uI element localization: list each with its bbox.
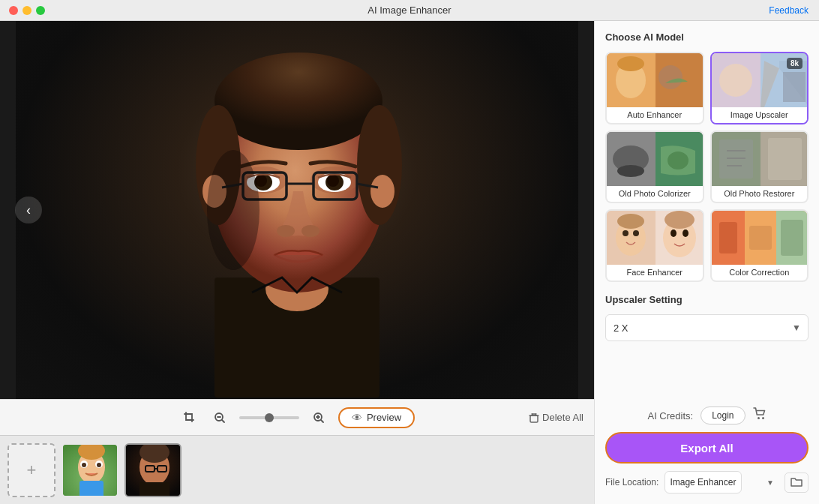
title-bar: AI Image Enhancer Feedback (0, 0, 819, 21)
svg-rect-63 (749, 226, 772, 250)
nostril-left (277, 225, 295, 237)
zoom-in-button[interactable] (308, 409, 329, 427)
upscaler-setting-label: Upscaler Setting (605, 294, 808, 305)
zoom-out-icon (214, 412, 226, 424)
pupil-right (327, 175, 339, 187)
man-thumb-svg (126, 445, 182, 497)
cart-icon (753, 407, 766, 421)
mouth-upper (274, 250, 322, 255)
back-arrow-button[interactable]: ‹ (15, 196, 42, 224)
main-container: ‹ (0, 21, 819, 504)
model-card-auto-enhancer[interactable]: Auto Enhancer (605, 52, 704, 124)
model-thumb-old-photo-colorizer (607, 132, 703, 186)
trash-icon (529, 412, 539, 423)
window-controls (9, 6, 45, 15)
svg-point-39 (668, 152, 688, 170)
login-button[interactable]: Login (700, 406, 745, 424)
svg-rect-62 (719, 222, 737, 254)
file-location-select[interactable]: Image Enhancer Desktop Documents Downloa… (664, 471, 742, 494)
auto-enhancer-thumb (607, 53, 703, 107)
zoom-in-icon (313, 412, 325, 424)
model-thumb-old-photo-restorer (712, 132, 808, 186)
child-image (63, 445, 117, 496)
zoom-slider[interactable] (239, 416, 299, 419)
ear-right (370, 175, 394, 208)
model-label-auto-enhancer: Auto Enhancer (607, 107, 703, 123)
thumbnail-man[interactable] (124, 443, 182, 497)
svg-point-30 (617, 56, 644, 71)
svg-point-52 (622, 230, 628, 236)
feedback-link[interactable]: Feedback (769, 5, 808, 16)
delete-all-button[interactable]: Delete All (529, 412, 584, 423)
colorizer-thumb (607, 132, 703, 186)
svg-rect-7 (530, 416, 538, 422)
close-button[interactable] (9, 6, 18, 15)
svg-point-17 (82, 463, 86, 467)
main-image-bg (16, 21, 578, 399)
svg-point-34 (719, 64, 752, 97)
zoom-out-button[interactable] (209, 409, 230, 427)
svg-point-51 (617, 214, 644, 229)
thumbnail-child[interactable] (62, 443, 118, 497)
model-thumb-color-correction (712, 211, 808, 265)
hair-top (214, 52, 382, 150)
file-select-arrow: ▼ (766, 478, 774, 487)
model-thumb-auto-enhancer (607, 53, 703, 107)
svg-point-18 (97, 463, 101, 467)
man-image (126, 445, 180, 496)
portrait-svg (124, 22, 470, 398)
crop-icon-button[interactable] (179, 409, 200, 427)
file-location-label: File Location: (605, 477, 658, 488)
export-all-button[interactable]: Export All (605, 432, 808, 464)
model-thumb-image-upscaler: 8k (712, 53, 808, 107)
child-thumb-svg (63, 445, 118, 497)
credits-label: AI Credits: (647, 410, 693, 422)
right-panel: Choose AI Model Auto Enhancer (594, 21, 819, 504)
preview-label: Preview (367, 412, 401, 423)
model-label-face-enhancer: Face Enhancer (607, 265, 703, 280)
filmstrip: + (0, 435, 594, 504)
svg-line-6 (321, 420, 323, 422)
preview-button[interactable]: 👁 Preview (338, 407, 415, 428)
svg-point-53 (633, 230, 639, 236)
choose-model-label: Choose AI Model (605, 32, 808, 43)
file-location-row: File Location: Image Enhancer Desktop Do… (605, 471, 808, 494)
cart-icon-button[interactable] (753, 407, 766, 424)
svg-line-2 (222, 420, 224, 422)
left-panel: ‹ (0, 21, 594, 504)
color-correction-thumb (712, 211, 808, 265)
nostril-right (302, 225, 320, 237)
svg-point-66 (762, 417, 764, 419)
model-card-old-photo-colorizer[interactable]: Old Photo Colorizer (605, 130, 704, 203)
svg-point-65 (758, 417, 760, 419)
model-label-old-photo-colorizer: Old Photo Colorizer (607, 186, 703, 202)
maximize-button[interactable] (36, 6, 45, 15)
svg-rect-64 (781, 220, 803, 256)
upscaler-select-wrap: 2 X 4 X 8 X ▼ (605, 314, 808, 341)
model-label-old-photo-restorer: Old Photo Restorer (712, 186, 808, 202)
model-grid: Auto Enhancer 8k Image Upscaler (605, 52, 808, 282)
svg-rect-44 (768, 138, 802, 180)
delete-all-label: Delete All (542, 412, 584, 423)
model-card-old-photo-restorer[interactable]: Old Photo Restorer (710, 130, 809, 203)
model-label-color-correction: Color Correction (712, 265, 808, 280)
bottom-toolbar: 👁 Preview Delete All (0, 399, 594, 435)
minimize-button[interactable] (22, 6, 32, 15)
crop-icon (184, 412, 196, 424)
model-card-color-correction[interactable]: Color Correction (710, 209, 809, 282)
model-card-image-upscaler[interactable]: 8k Image Upscaler (710, 52, 809, 124)
credits-row: AI Credits: Login (605, 406, 808, 424)
upscaler-section: Upscaler Setting 2 X 4 X 8 X ▼ (605, 294, 808, 341)
eye-icon: 👁 (352, 412, 362, 424)
model-label-image-upscaler: Image Upscaler (712, 107, 808, 123)
face-shadow (207, 150, 260, 270)
add-image-button[interactable]: + (8, 443, 56, 497)
model-card-face-enhancer[interactable]: Face Enhancer (605, 209, 704, 282)
upscaler-select[interactable]: 2 X 4 X 8 X (605, 314, 808, 341)
svg-rect-23 (140, 482, 170, 497)
add-icon: + (27, 460, 37, 480)
open-folder-button[interactable] (784, 472, 808, 493)
upscale-badge: 8k (787, 58, 802, 69)
svg-point-55 (664, 211, 694, 229)
folder-icon (790, 476, 802, 487)
